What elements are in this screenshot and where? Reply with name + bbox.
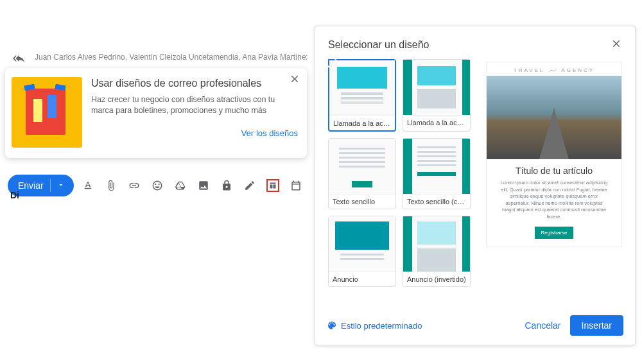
template-thumb[interactable]: ✓Llamada a la acción [328, 59, 396, 132]
template-preview: TRAVEL AGENCY Título de tu artículo Lore… [481, 59, 625, 308]
promo-text: Usar diseños de correo profesionales Haz… [91, 77, 298, 138]
preview-cta-button[interactable]: Registrarse [535, 227, 574, 239]
template-label: Anuncio (invertido) [403, 272, 470, 286]
promo-title: Usar diseños de correo profesionales [91, 77, 298, 91]
select-layout-dialog: Seleccionar un diseño ✓Llamada a la acci… [315, 26, 636, 345]
preview-brand: TRAVEL AGENCY [487, 62, 621, 76]
send-label: Enviar [18, 180, 44, 191]
close-icon[interactable] [289, 73, 300, 87]
promo-body: Haz crecer tu negocio con diseños atract… [91, 94, 298, 117]
cancel-button[interactable]: Cancelar [525, 320, 561, 331]
close-icon[interactable] [611, 38, 622, 51]
promo-card: Usar diseños de correo profesionales Haz… [5, 68, 307, 158]
drive-icon[interactable] [174, 179, 187, 192]
template-label: Texto sencillo (col... [403, 194, 470, 209]
recipients-line[interactable]: Juan Carlos Alves Pedrino, Valentín Clei… [5, 51, 307, 64]
attachment-icon[interactable] [105, 179, 117, 192]
emoji-icon[interactable] [151, 179, 164, 192]
confidential-icon[interactable] [220, 179, 233, 192]
compose-area: Juan Carlos Alves Pedrino, Valentín Clei… [5, 51, 307, 198]
template-thumb[interactable]: Anuncio (invertido) [403, 216, 471, 287]
template-grid: ✓Llamada a la acciónLlamada a la acci...… [328, 59, 473, 308]
template-thumb[interactable]: Anuncio [328, 216, 396, 287]
template-label: Texto sencillo [329, 194, 395, 209]
link-icon[interactable] [128, 179, 141, 192]
template-thumb[interactable]: Llamada a la acci... [403, 59, 471, 132]
preview-article-title: Título de tu artículo [487, 166, 621, 176]
template-label: Llamada a la acción [329, 116, 395, 130]
insert-button[interactable]: Insertar [570, 315, 623, 336]
signature-icon[interactable] [243, 179, 256, 192]
dialog-title: Seleccionar un diseño [328, 39, 429, 51]
compose-toolbar: Enviar [5, 173, 307, 198]
view-designs-link[interactable]: Ver los diseños [91, 128, 298, 138]
template-label: Anuncio [329, 272, 395, 286]
schedule-icon[interactable] [290, 179, 302, 192]
default-style-link[interactable]: Estilo predeterminado [327, 320, 422, 331]
truncated-text: Di [10, 190, 19, 200]
format-icon[interactable] [82, 179, 94, 192]
reply-all-icon[interactable] [13, 53, 24, 66]
preview-lorem: Lorem ipsum dolor sit amet consectetur a… [487, 180, 621, 220]
template-thumb[interactable]: Texto sencillo [328, 138, 396, 209]
promo-illustration [12, 77, 82, 148]
preview-hero-image [487, 76, 621, 159]
template-thumb[interactable]: Texto sencillo (col... [403, 138, 471, 209]
send-more-icon[interactable] [57, 180, 70, 191]
image-icon[interactable] [197, 179, 210, 192]
template-label: Llamada a la acci... [403, 115, 470, 130]
layouts-icon[interactable] [266, 179, 279, 192]
